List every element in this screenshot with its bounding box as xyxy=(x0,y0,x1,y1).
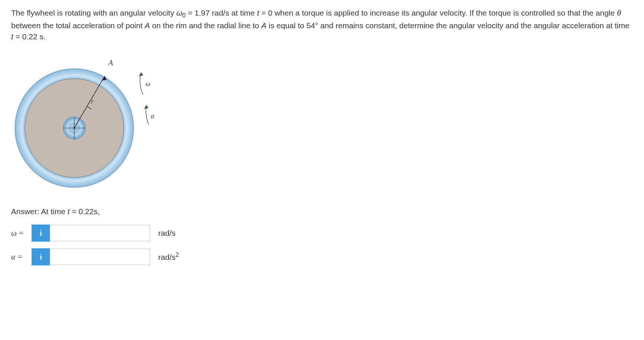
problem-statement: The flywheel is rotating with an angular… xyxy=(11,7,631,43)
flywheel-svg xyxy=(11,65,137,191)
answer-section: Answer: At time t = 0.22s, ω = i rad/s α… xyxy=(11,206,633,265)
info-icon[interactable]: i xyxy=(32,248,50,265)
answer-row-omega: ω = i rad/s xyxy=(11,225,633,242)
label-omega: ω xyxy=(146,79,150,89)
alpha-input[interactable] xyxy=(50,249,150,265)
alpha-label: α = xyxy=(11,251,32,262)
svg-marker-14 xyxy=(139,72,143,76)
alpha-arrow xyxy=(140,102,159,128)
label-a: A xyxy=(108,58,113,68)
flywheel-figure: A r ω α xyxy=(11,54,160,191)
label-alpha: α xyxy=(151,111,154,121)
answer-prompt: Answer: At time t = 0.22s, xyxy=(11,206,633,217)
label-r: r xyxy=(91,97,94,106)
omega-arrow xyxy=(134,69,156,98)
alpha-unit: rad/s2 xyxy=(158,251,179,263)
omega-input[interactable] xyxy=(50,225,150,241)
answer-row-alpha: α = i rad/s2 xyxy=(11,248,633,265)
info-icon[interactable]: i xyxy=(32,225,50,242)
omega-unit: rad/s xyxy=(158,228,176,239)
omega-label: ω = xyxy=(11,228,32,239)
svg-marker-15 xyxy=(144,105,149,109)
